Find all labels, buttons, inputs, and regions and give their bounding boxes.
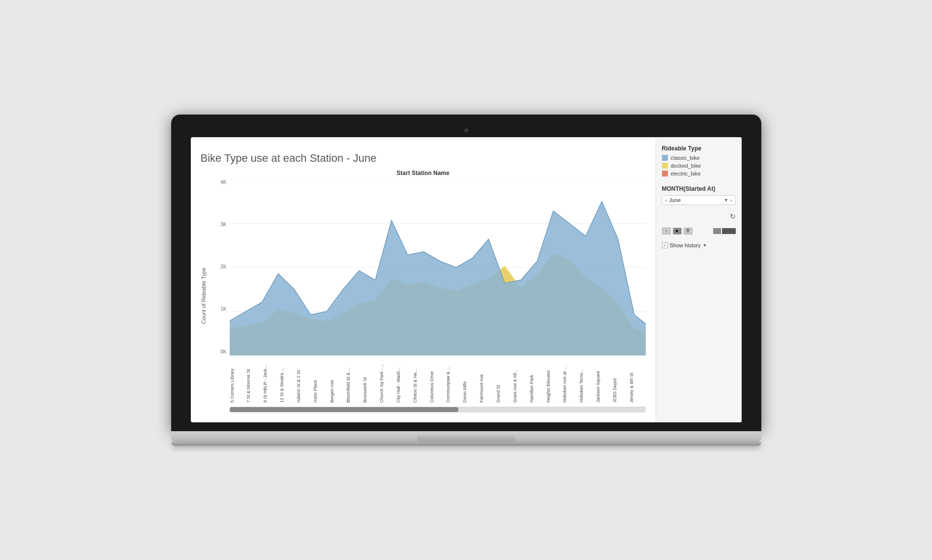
month-section: MONTH(Started At) ‹ June ▼ › bbox=[662, 185, 736, 205]
x-label-13: Communipaw & ... bbox=[446, 355, 462, 405]
y-tick-0k: 0K bbox=[220, 349, 226, 354]
area-chart bbox=[230, 179, 646, 355]
legend-section: Rideable Type classic_bike docked_bike e… bbox=[662, 145, 736, 178]
legend-item-docked: docked_bike bbox=[662, 163, 736, 169]
x-label-20: Hoboken Ave at ... bbox=[562, 355, 579, 405]
view-icons bbox=[713, 228, 736, 234]
classic-bike-color bbox=[662, 155, 668, 161]
legend-title: Rideable Type bbox=[662, 145, 736, 152]
x-label-2: 9 St HBLR - Jack... bbox=[263, 355, 279, 405]
chart-title: Bike Type use at each Station - June bbox=[201, 152, 646, 165]
refresh-section: ↻ bbox=[662, 212, 736, 221]
y-axis-label: Count of Rideable Type bbox=[201, 179, 210, 413]
show-history-row: ✓ Show history ▼ bbox=[662, 242, 736, 248]
x-label-14: Dixon Mills bbox=[462, 355, 479, 405]
controls-row: ‹ ■ ☰ bbox=[662, 228, 736, 235]
chart-area: Start Station Name Count of Rideable Typ… bbox=[201, 170, 646, 413]
show-history-checkbox[interactable]: ✓ bbox=[662, 242, 668, 248]
x-label-15: Fairmount Ave bbox=[479, 355, 496, 405]
x-label-4: Adams St & 2 St bbox=[296, 355, 313, 405]
screen: Bike Type use at each Station - June Sta… bbox=[191, 137, 742, 422]
x-label-17: Grant Ave & Ml... bbox=[512, 355, 529, 405]
view-icon-1 bbox=[713, 228, 721, 234]
list-view-btn[interactable]: ☰ bbox=[684, 228, 692, 235]
refresh-icon[interactable]: ↻ bbox=[730, 212, 736, 220]
x-label-12: Columbus Drive bbox=[429, 355, 446, 405]
arrow-left-btn[interactable]: ‹ bbox=[662, 228, 671, 235]
x-label-9: Church Sq Park - ... bbox=[379, 355, 396, 405]
x-label-21: Hoboken Termi... bbox=[579, 355, 596, 405]
x-label-23: JCBS Depot bbox=[612, 355, 629, 405]
view-icon-2 bbox=[722, 228, 736, 234]
show-history-caret[interactable]: ▼ bbox=[702, 243, 707, 248]
main-content: Bike Type use at each Station - June Sta… bbox=[191, 137, 656, 422]
classic-bike-label: classic_bike bbox=[671, 155, 700, 161]
x-label-24: Jersey & 6th St bbox=[629, 355, 646, 405]
month-next-arrow[interactable]: › bbox=[730, 197, 732, 203]
x-label-0: 5 Corners Library bbox=[230, 355, 246, 405]
month-value: June bbox=[669, 197, 722, 203]
y-tick-1k: 1K bbox=[220, 306, 226, 312]
legend-item-classic: classic_bike bbox=[662, 155, 736, 161]
x-label-18: Hamilton Park bbox=[529, 355, 546, 405]
x-label-19: Heights Elevator bbox=[546, 355, 563, 405]
electric-bike-color bbox=[662, 171, 668, 177]
chart-scrollbar[interactable] bbox=[230, 407, 646, 413]
classic-bike-area bbox=[230, 201, 646, 355]
y-tick-3k: 3K bbox=[220, 222, 226, 227]
x-label-1: 7 St & Monroe St bbox=[246, 355, 263, 405]
grid-view-btn[interactable]: ■ bbox=[673, 228, 682, 235]
sidebar: Rideable Type classic_bike docked_bike e… bbox=[656, 137, 742, 422]
docked-bike-label: docked_bike bbox=[671, 163, 701, 169]
x-label-6: Bergen Ave bbox=[330, 355, 346, 405]
camera bbox=[464, 128, 468, 132]
x-axis-labels: 5 Corners Library 7 St & Monroe St 9 St … bbox=[230, 355, 646, 405]
x-label-11: Clinton St & Ne... bbox=[413, 355, 429, 405]
laptop: Bike Type use at each Station - June Sta… bbox=[171, 115, 761, 446]
chart-plot-area: 4K 3K 2K 1K 0K bbox=[212, 179, 646, 355]
month-prev-arrow[interactable]: ‹ bbox=[665, 197, 667, 203]
x-label-3: 12 St & Sinatra ... bbox=[279, 355, 296, 405]
y-tick-2k: 2K bbox=[220, 264, 226, 269]
screen-bezel: Bike Type use at each Station - June Sta… bbox=[171, 115, 761, 431]
month-selector[interactable]: ‹ June ▼ › bbox=[662, 195, 736, 205]
x-label-22: Jackson Square bbox=[596, 355, 612, 405]
chart-inner: Count of Rideable Type 4K 3K 2K 1K 0K bbox=[201, 179, 646, 413]
scrollbar-thumb[interactable] bbox=[230, 407, 458, 412]
y-axis-ticks: 4K 3K 2K 1K 0K bbox=[212, 179, 230, 355]
legend-item-electric: electric_bike bbox=[662, 171, 736, 177]
electric-bike-label: electric_bike bbox=[671, 171, 701, 177]
month-label: MONTH(Started At) bbox=[662, 185, 736, 192]
month-dropdown-arrow[interactable]: ▼ bbox=[724, 198, 728, 203]
y-tick-4k: 4K bbox=[220, 179, 226, 185]
laptop-notch bbox=[417, 435, 515, 442]
x-label-5: Astor Place bbox=[313, 355, 330, 405]
x-label-16: Grand St bbox=[496, 355, 512, 405]
docked-bike-color bbox=[662, 163, 668, 169]
x-label-7: Bloomfield St & ... bbox=[346, 355, 362, 405]
laptop-base bbox=[171, 431, 761, 442]
laptop-feet bbox=[171, 442, 761, 446]
x-axis-label: Start Station Name bbox=[201, 170, 646, 177]
x-label-8: Brunswick St bbox=[362, 355, 379, 405]
show-history-label: Show history bbox=[670, 242, 701, 248]
x-label-10: City Hall - Wash... bbox=[396, 355, 413, 405]
chart-with-axes: 4K 3K 2K 1K 0K bbox=[212, 179, 646, 413]
